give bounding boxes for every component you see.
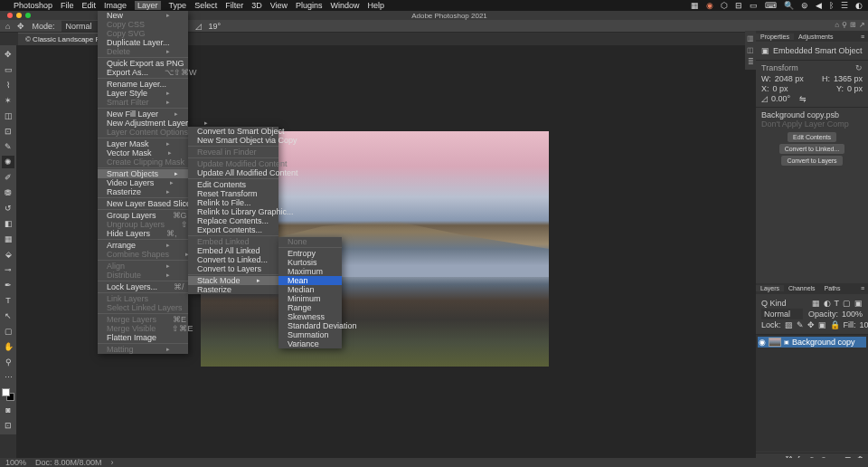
angle-value[interactable]: 0.00° [771, 94, 790, 103]
workspace-icon[interactable]: ⊞ [850, 21, 856, 29]
dodge-tool[interactable]: ⊸ [2, 263, 14, 276]
stack-menu-entropy[interactable]: Entropy [278, 249, 342, 258]
smart-menu-replace-contents[interactable]: Replace Contents... [188, 216, 278, 225]
x-value[interactable]: 0 px [773, 84, 788, 93]
smart-menu-relink-to-library-graphic[interactable]: Relink to Library Graphic... [188, 207, 278, 216]
edit-contents-button[interactable]: Edit Contents [788, 132, 836, 142]
zoom-window-icon[interactable] [25, 13, 31, 18]
search-icon[interactable]: ⚲ [842, 21, 847, 29]
visibility-icon[interactable]: ◉ [759, 338, 766, 347]
wifi-icon[interactable]: ⊚ [801, 1, 808, 10]
layer-menu-new-fill-layer[interactable]: New Fill Layer [98, 110, 188, 119]
layer-menu-rename-layer[interactable]: Rename Layer... [98, 80, 188, 89]
layer-menu-new-adjustment-layer[interactable]: New Adjustment Layer [98, 119, 188, 128]
doc-size[interactable]: Doc: 8.00M/8.00M [35, 458, 102, 467]
tool-preset[interactable]: ✥ [17, 22, 24, 31]
cc-icon[interactable]: ◉ [706, 1, 713, 10]
stack-menu-minimum[interactable]: Minimum [278, 294, 342, 303]
opt-angle-value[interactable]: 19° [209, 22, 222, 31]
stack-menu-mean[interactable]: Mean [278, 276, 342, 285]
history-panel-icon[interactable]: ≣ [748, 58, 754, 66]
tab-adjustments[interactable]: Adjustments [794, 33, 838, 40]
smart-menu-convert-to-layers[interactable]: Convert to Layers [188, 264, 278, 273]
layer-menu-group-layers[interactable]: Group Layers⌘G [98, 211, 188, 220]
type-tool[interactable]: T [2, 294, 14, 307]
lasso-tool[interactable]: ⌇ [2, 79, 14, 91]
menu-edit[interactable]: Edit [82, 1, 97, 10]
status-icon[interactable]: ▦ [691, 1, 699, 10]
filter-adjust-icon[interactable]: ◐ [824, 299, 831, 308]
lock-artboard-icon[interactable]: ▣ [818, 320, 826, 329]
convert-layers-button[interactable]: Convert to Layers [781, 156, 842, 166]
edit-toolbar[interactable]: ⋯ [2, 371, 14, 384]
siri-icon[interactable]: ◐ [855, 1, 863, 10]
menu-select[interactable]: Select [194, 1, 217, 10]
layer-menu-arrange[interactable]: Arrange [98, 241, 188, 250]
quick-select-tool[interactable]: ✶ [2, 94, 14, 107]
spotlight-icon[interactable]: 🔍 [784, 1, 794, 10]
blend-mode-select[interactable]: Normal [761, 309, 803, 319]
layer-menu-vector-mask[interactable]: Vector Mask [98, 148, 188, 157]
color-panel-icon[interactable]: ▥ [747, 34, 754, 43]
history-brush-tool[interactable]: ↺ [2, 202, 14, 214]
smart-menu-update-all-modified-content[interactable]: Update All Modified Content [188, 168, 278, 177]
smart-menu-edit-contents[interactable]: Edit Contents [188, 180, 278, 189]
fill-value[interactable]: 100% [860, 320, 868, 329]
h-value[interactable]: 1365 px [834, 74, 863, 83]
smart-menu-rasterize[interactable]: Rasterize [188, 285, 278, 294]
layer-menu-flatten-image[interactable]: Flatten Image [98, 333, 188, 342]
frame-tool[interactable]: ⊡ [2, 125, 14, 138]
eyedropper-tool[interactable]: ✎ [2, 140, 14, 153]
layer-menu-export-as[interactable]: Export As...⌥⇧⌘W [98, 68, 188, 77]
smart-menu-convert-to-smart-object[interactable]: Convert to Smart Object [188, 127, 278, 136]
marquee-tool[interactable]: ▭ [2, 63, 14, 76]
blur-tool[interactable]: ⬙ [2, 248, 14, 261]
home-icon[interactable]: ⌂ [5, 22, 10, 31]
menu-layer[interactable]: Layer [135, 1, 161, 10]
tab-layers[interactable]: Layers [756, 285, 784, 291]
layer-menu-layer-mask[interactable]: Layer Mask [98, 139, 188, 148]
filter-shape-icon[interactable]: ▢ [843, 299, 851, 308]
opt-angle-icon[interactable]: ◿ [195, 22, 202, 31]
menu-file[interactable]: File [61, 1, 74, 10]
filter-smart-icon[interactable]: ▣ [854, 299, 863, 308]
lock-all-icon[interactable]: 🔒 [830, 320, 840, 329]
close-window-icon[interactable] [7, 13, 13, 18]
menu-type[interactable]: Type [169, 1, 187, 10]
menu-image[interactable]: Image [104, 1, 127, 10]
panel-menu-icon[interactable]: ≡ [856, 33, 868, 40]
quickmask-toggle[interactable]: ◙ [2, 404, 14, 416]
crop-tool[interactable]: ◫ [2, 110, 14, 122]
swatches-panel-icon[interactable]: ◫ [747, 46, 754, 54]
menu-help[interactable]: Help [368, 1, 385, 10]
convert-linked-button[interactable]: Convert to Linked... [779, 144, 845, 154]
stamp-tool[interactable]: ⛃ [2, 186, 14, 199]
menu-3d[interactable]: 3D [251, 1, 262, 10]
layer-menu-video-layers[interactable]: Video Layers [98, 178, 188, 187]
tab-properties[interactable]: Properties [756, 33, 794, 40]
brush-tool[interactable]: ✐ [2, 171, 14, 184]
flip-h-icon[interactable]: ⇋ [799, 94, 807, 103]
minimize-window-icon[interactable] [16, 13, 22, 18]
zoom-tool[interactable]: ⚲ [2, 356, 14, 368]
layer-menu-rasterize[interactable]: Rasterize [98, 187, 188, 196]
menu-filter[interactable]: Filter [225, 1, 243, 10]
dropbox-icon[interactable]: ⬡ [721, 1, 728, 10]
control-center-icon[interactable]: ☰ [841, 1, 848, 10]
stack-menu-skewness[interactable]: Skewness [278, 312, 342, 321]
status-arrow-icon[interactable]: › [111, 458, 114, 467]
w-value[interactable]: 2048 px [775, 74, 804, 83]
bt-icon[interactable]: ᛒ [829, 1, 834, 10]
smart-menu-relink-to-file[interactable]: Relink to File... [188, 198, 278, 207]
smart-menu-export-contents[interactable]: Export Contents... [188, 225, 278, 234]
layer-menu-new[interactable]: New [98, 11, 188, 20]
tab-channels[interactable]: Channels [784, 285, 820, 291]
path-select-tool[interactable]: ↖ [2, 310, 14, 322]
screenmode-toggle[interactable]: ⊡ [2, 419, 14, 432]
smart-menu-reset-transform[interactable]: Reset Transform [188, 189, 278, 198]
reset-icon[interactable]: ↻ [855, 63, 863, 72]
layer-menu-new-layer-based-slice[interactable]: New Layer Based Slice [98, 199, 188, 208]
layer-menu-layer-style[interactable]: Layer Style [98, 89, 188, 98]
smart-menu-convert-to-linked[interactable]: Convert to Linked... [188, 255, 278, 264]
layers-menu-icon[interactable]: ≡ [856, 285, 868, 291]
